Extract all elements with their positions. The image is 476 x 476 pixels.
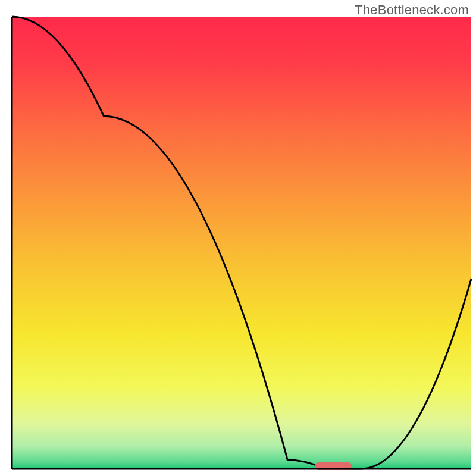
bottleneck-chart bbox=[0, 0, 476, 476]
watermark-text: TheBottleneck.com bbox=[355, 2, 469, 18]
chart-container: TheBottleneck.com bbox=[0, 0, 476, 476]
plot-background bbox=[12, 17, 471, 469]
